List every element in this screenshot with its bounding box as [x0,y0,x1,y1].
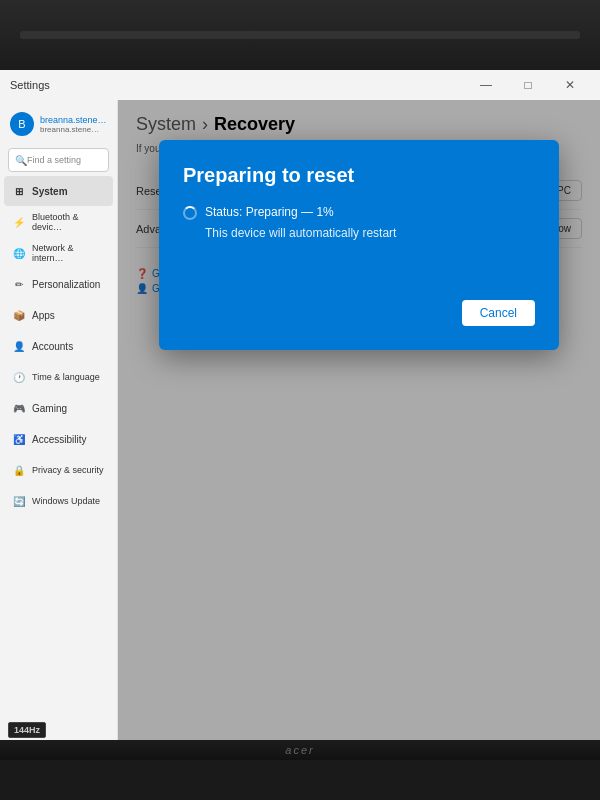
minimize-button[interactable]: — [466,74,506,96]
sidebar-item-label: Accessibility [32,434,86,445]
screen: Settings — □ ✕ B breanna.stene@gmail.com… [0,70,600,740]
sidebar-item-system[interactable]: ⊞ System [4,176,113,206]
sidebar-item-label: Windows Update [32,496,100,506]
sidebar-item-personalization[interactable]: ✏ Personalization [4,269,113,299]
sidebar-item-time[interactable]: 🕐 Time & language [4,362,113,392]
title-bar: Settings — □ ✕ [0,70,600,100]
apps-icon: 📦 [12,308,26,322]
top-bezel [0,0,600,70]
dialog-sub-text: This device will automatically restart [205,226,535,240]
sidebar-item-label: Apps [32,310,55,321]
maximize-button[interactable]: □ [508,74,548,96]
dialog-status-text: Status: Preparing — 1% [205,205,334,219]
sidebar-item-accessibility[interactable]: ♿ Accessibility [4,424,113,454]
network-icon: 🌐 [12,246,26,260]
bluetooth-icon: ⚡ [12,215,26,229]
close-button[interactable]: ✕ [550,74,590,96]
settings-body: B breanna.stene@gmail.com breanna.stene@… [0,100,600,740]
brand-label: acer [285,744,314,756]
sidebar-item-label: Network & intern… [32,243,105,263]
top-bar-strip [20,31,580,39]
sidebar-item-network[interactable]: 🌐 Network & intern… [4,238,113,268]
preparing-reset-dialog: Preparing to reset Status: Preparing — 1… [159,140,559,350]
user-email-secondary: breanna.stene@gmail.com [40,125,107,134]
sidebar-item-windows-update[interactable]: 🔄 Windows Update [4,486,113,516]
sidebar-item-label: Personalization [32,279,100,290]
title-bar-label: Settings [10,79,50,91]
search-icon: 🔍 [15,155,27,166]
sidebar-item-label: Accounts [32,341,73,352]
sidebar-item-label: Gaming [32,403,67,414]
dialog-footer: Cancel [183,300,535,326]
user-section: B breanna.stene@gmail.com breanna.stene@… [0,104,117,144]
sidebar-item-privacy[interactable]: 🔒 Privacy & security [4,455,113,485]
accounts-icon: 👤 [12,339,26,353]
bottom-bezel: acer 144Hz [0,740,600,760]
dialog-title: Preparing to reset [183,164,535,187]
sidebar-item-label: System [32,186,68,197]
sidebar-item-gaming[interactable]: 🎮 Gaming [4,393,113,423]
gaming-icon: 🎮 [12,401,26,415]
sidebar-item-label: Privacy & security [32,465,104,475]
settings-window: Settings — □ ✕ B breanna.stene@gmail.com… [0,70,600,740]
system-icon: ⊞ [12,184,26,198]
avatar: B [10,112,34,136]
sidebar-item-bluetooth[interactable]: ⚡ Bluetooth & devic… [4,207,113,237]
sidebar-item-label: Time & language [32,372,100,382]
time-icon: 🕐 [12,370,26,384]
search-placeholder: Find a setting [27,155,81,165]
freq-badge: 144Hz [8,722,46,738]
cancel-button[interactable]: Cancel [462,300,535,326]
dialog-overlay: Preparing to reset Status: Preparing — 1… [118,100,600,740]
title-bar-controls: — □ ✕ [466,74,590,96]
sidebar: B breanna.stene@gmail.com breanna.stene@… [0,100,118,740]
windows-update-icon: 🔄 [12,494,26,508]
sidebar-item-accounts[interactable]: 👤 Accounts [4,331,113,361]
accessibility-icon: ♿ [12,432,26,446]
personalization-icon: ✏ [12,277,26,291]
find-setting-search[interactable]: 🔍 Find a setting [8,148,109,172]
main-content: System › Recovery If you're having probl… [118,100,600,740]
privacy-icon: 🔒 [12,463,26,477]
user-info: breanna.stene@gmail.com breanna.stene@gm… [40,115,107,134]
sidebar-item-label: Bluetooth & devic… [32,212,105,232]
sidebar-item-apps[interactable]: 📦 Apps [4,300,113,330]
dialog-status-row: Status: Preparing — 1% [183,205,535,220]
user-email-primary: breanna.stene@gmail.com [40,115,107,125]
progress-spinner [183,206,197,220]
